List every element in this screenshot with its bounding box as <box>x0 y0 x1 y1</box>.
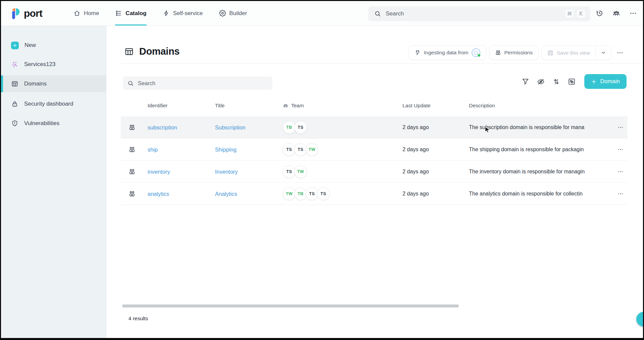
sidebar-item-services123[interactable]: Services123 <box>1 56 106 73</box>
team-avatar[interactable]: TS <box>317 187 330 200</box>
title-link[interactable]: Subscription <box>215 124 246 130</box>
column-label: Team <box>291 103 304 109</box>
team-avatar[interactable]: TB <box>283 121 296 134</box>
gear-icon <box>219 10 226 17</box>
sidebar-item-label: Vulnerabilities <box>24 120 59 127</box>
team-avatar[interactable]: TS <box>294 143 307 156</box>
title-link[interactable]: Analytics <box>215 190 237 196</box>
nav-item-builder[interactable]: Builder <box>219 1 247 25</box>
catalog-list-icon <box>115 10 122 17</box>
identifier-link[interactable]: ship <box>148 146 158 152</box>
table-row[interactable]: analytics Analytics TWTBTSTS 2 days ago … <box>121 183 628 205</box>
logo-wordmark: port <box>24 8 42 19</box>
nav-label: Catalog <box>125 10 146 17</box>
sidebar-item-vulnerabilities[interactable]: Vulnerabilities <box>1 115 106 132</box>
last-update-value: 2 days ago <box>402 191 463 197</box>
team-avatar[interactable]: TW <box>294 165 307 178</box>
blueprint-group-icon <box>128 190 136 197</box>
app-window: port Home Catalog Self-service Builder <box>1 1 643 338</box>
table-row[interactable]: ship Shipping TSTSTW 2 days ago The ship… <box>121 138 628 161</box>
results-count: 4 results <box>128 316 148 322</box>
identifier-link[interactable]: subscription <box>148 124 177 130</box>
ellipsis-icon <box>618 147 624 153</box>
port-logo[interactable]: port <box>11 1 42 25</box>
domains-table: Identifier Title Team Last Update Descri… <box>121 26 628 338</box>
ellipsis-icon <box>618 191 624 197</box>
catalog-sidebar: New Services123 Domains Security dashboa… <box>1 26 106 338</box>
table-row[interactable]: subscription Subscription TBTS 2 days ag… <box>121 116 628 138</box>
column-header-team[interactable]: Team <box>283 103 304 109</box>
sidebar-item-new[interactable]: New <box>1 37 106 54</box>
top-navigation-bar: port Home Catalog Self-service Builder <box>1 1 643 26</box>
team-people-icon <box>283 103 288 109</box>
team-avatar[interactable]: TS <box>306 187 318 200</box>
horizontal-scrollbar-thumb[interactable] <box>122 304 459 307</box>
shortcut-hint: ⌘ K <box>565 9 586 18</box>
ellipsis-icon <box>618 124 624 130</box>
search-icon <box>374 10 381 17</box>
column-header-description[interactable]: Description <box>469 103 495 109</box>
cmd-key-badge: ⌘ <box>565 9 574 18</box>
column-header-identifier[interactable]: Identifier <box>148 103 167 109</box>
sidebar-item-label: Domains <box>24 80 47 87</box>
row-actions-button[interactable] <box>615 122 626 132</box>
blueprint-group-icon <box>128 123 136 131</box>
global-search-input[interactable] <box>386 10 565 17</box>
sidebar-item-domains[interactable]: Domains <box>1 75 106 92</box>
title-link[interactable]: Inventory <box>215 168 238 174</box>
nav-item-home[interactable]: Home <box>73 1 99 25</box>
users-button[interactable] <box>612 9 620 17</box>
nav-label: Self-service <box>173 10 203 17</box>
table-body: subscription Subscription TBTS 2 days ag… <box>121 116 628 205</box>
team-avatar[interactable]: TS <box>283 143 296 156</box>
identifier-link[interactable]: inventory <box>148 168 170 174</box>
team-cell: TSTSTW <box>283 143 318 156</box>
identifier-link[interactable]: analytics <box>148 190 169 196</box>
blueprint-group-icon <box>128 146 136 153</box>
last-update-value: 2 days ago <box>402 124 463 130</box>
table-header-row: Identifier Title Team Last Update Descri… <box>121 100 628 111</box>
lock-icon <box>11 100 18 108</box>
more-options-button[interactable] <box>629 9 637 17</box>
port-logo-icon <box>11 7 21 19</box>
column-label: Last Update <box>402 103 431 109</box>
k-key-badge: K <box>576 9 586 18</box>
new-plus-icon <box>11 42 19 49</box>
row-actions-button[interactable] <box>615 189 626 199</box>
team-avatar[interactable]: TB <box>294 187 307 200</box>
description-value: The inventory domain is responsible for … <box>469 169 608 175</box>
sidebar-item-security-dashboard[interactable]: Security dashboard <box>1 96 106 112</box>
ellipsis-icon <box>618 169 624 175</box>
column-header-last-update[interactable]: Last Update <box>402 103 431 109</box>
sidebar-item-label: New <box>24 42 36 49</box>
last-update-value: 2 days ago <box>402 169 463 175</box>
column-label: Identifier <box>148 103 167 109</box>
people-group-icon <box>612 9 620 17</box>
nav-label: Home <box>84 10 99 17</box>
column-label: Description <box>469 103 495 109</box>
blueprint-group-icon <box>128 168 136 175</box>
nav-label: Builder <box>229 10 247 17</box>
services-cluster-icon <box>11 61 18 68</box>
topbar-actions <box>596 1 637 25</box>
column-header-title[interactable]: Title <box>215 103 225 109</box>
table-row[interactable]: inventory Inventory TSTW 2 days ago The … <box>121 161 628 183</box>
history-clock-icon <box>596 9 603 17</box>
team-avatar[interactable]: TW <box>306 143 318 156</box>
lightning-icon <box>163 10 170 17</box>
title-link[interactable]: Shipping <box>215 146 236 152</box>
history-button[interactable] <box>596 9 603 17</box>
team-cell: TBTS <box>283 121 307 134</box>
team-avatar[interactable]: TS <box>283 165 296 178</box>
nav-item-self-service[interactable]: Self-service <box>163 1 203 25</box>
team-avatar[interactable]: TS <box>294 121 307 134</box>
sidebar-item-label: Services123 <box>24 61 56 68</box>
global-search-bar[interactable]: ⌘ K <box>368 6 590 21</box>
nav-item-catalog[interactable]: Catalog <box>115 1 146 25</box>
column-label: Title <box>215 103 225 109</box>
row-actions-button[interactable] <box>615 145 626 155</box>
sidebar-item-label: Security dashboard <box>24 101 73 107</box>
team-avatar[interactable]: TW <box>283 187 296 200</box>
home-icon <box>73 10 80 17</box>
row-actions-button[interactable] <box>615 167 626 177</box>
